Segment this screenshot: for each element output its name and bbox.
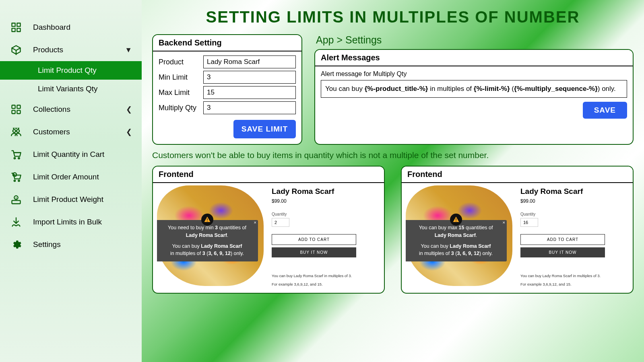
frontend-left-head: Frontend bbox=[153, 167, 384, 183]
sidebar-item-customers[interactable]: Customers❮ bbox=[0, 121, 142, 143]
alert-multiply-label: Alert message for Multiply Qty bbox=[321, 70, 627, 78]
warning-icon bbox=[201, 214, 213, 226]
amount-icon: $ bbox=[10, 171, 23, 183]
chevron-left-icon: ❮ bbox=[126, 105, 132, 114]
sidebar-item-label: Limit Order Amount bbox=[33, 173, 132, 181]
svg-rect-21 bbox=[456, 218, 456, 220]
sidebar-item-label: Customers bbox=[33, 128, 126, 136]
svg-rect-2 bbox=[12, 28, 15, 31]
svg-point-10 bbox=[14, 158, 16, 159]
buy-now-right[interactable]: BUY IT NOW bbox=[520, 247, 605, 257]
qty-input-right[interactable] bbox=[520, 218, 538, 227]
hint1-right: You can buy Lady Roma Scarf in multiples… bbox=[520, 274, 629, 278]
sidebar-item-label: Limit Variants Qty bbox=[38, 84, 132, 93]
sidebar-item-label: Limit Quantity in Cart bbox=[33, 150, 132, 159]
qty-label-right: Quantity bbox=[520, 212, 629, 216]
max-limit-label: Max Limit bbox=[159, 88, 203, 97]
product-title-left: Lady Roma Scarf bbox=[272, 187, 380, 196]
backend-setting-head: Backend Setting bbox=[153, 35, 301, 51]
sidebar-item-label: Products bbox=[33, 45, 125, 54]
collections-icon bbox=[10, 103, 23, 116]
cart-icon bbox=[10, 148, 23, 161]
product-input[interactable] bbox=[203, 56, 296, 68]
box-icon bbox=[10, 43, 23, 56]
frontend-right-head: Frontend bbox=[402, 167, 633, 183]
close-icon[interactable]: × bbox=[254, 219, 256, 226]
qty-label-left: Quantity bbox=[272, 212, 380, 216]
sidebar-item-label: Dashboard bbox=[33, 23, 132, 32]
frontend-right-card: Frontend × You can buy max 15 quantities… bbox=[401, 166, 634, 294]
sidebar-item-label: Import Limits in Bulk bbox=[33, 218, 132, 226]
chevron-left-icon: ❮ bbox=[126, 128, 132, 136]
add-to-cart-left[interactable]: ADD TO CART bbox=[272, 234, 356, 245]
svg-rect-5 bbox=[17, 105, 20, 109]
svg-rect-1 bbox=[17, 23, 20, 27]
product-title-right: Lady Roma Scarf bbox=[520, 187, 629, 196]
sidebar-item-label: Collections bbox=[33, 105, 126, 114]
sidebar-item-settings[interactable]: Settings bbox=[0, 233, 142, 256]
svg-point-8 bbox=[13, 130, 16, 132]
svg-rect-3 bbox=[17, 28, 20, 31]
svg-rect-6 bbox=[12, 110, 15, 113]
svg-rect-16 bbox=[12, 200, 21, 204]
toast-left: × You need to buy min 3 quantities of La… bbox=[157, 220, 258, 261]
svg-rect-20 bbox=[207, 221, 208, 222]
backend-setting-card: Backend Setting Product Min Limit Max Li… bbox=[152, 34, 302, 145]
sidebar-item-products[interactable]: Products▼ bbox=[0, 39, 142, 61]
hint2-left: For example 3,6,9,12, and 15. bbox=[272, 282, 380, 286]
sidebar-item-limit-product-qty[interactable]: Limit Product Qty bbox=[0, 61, 142, 80]
svg-rect-7 bbox=[17, 110, 20, 113]
save-alert-button[interactable]: SAVE bbox=[583, 102, 627, 119]
sidebar-item-label: Settings bbox=[33, 240, 132, 249]
min-limit-label: Min Limit bbox=[159, 73, 203, 82]
product-label: Product bbox=[159, 58, 203, 66]
page-description: Customers won't be able to buy items in … bbox=[152, 150, 634, 160]
save-limit-button[interactable]: SAVE LIMIT bbox=[233, 120, 296, 138]
sidebar-item-limit-variants-qty[interactable]: Limit Variants Qty bbox=[0, 80, 142, 98]
page-title: SETTING LIMITS IN MULTIPLES OF NUMBER bbox=[152, 8, 634, 26]
svg-text:$: $ bbox=[15, 197, 17, 199]
svg-rect-4 bbox=[12, 105, 15, 109]
sidebar-item-import-limits-in-bulk[interactable]: Import Limits in Bulk bbox=[0, 211, 142, 233]
product-image-right: × You can buy max 15 quantities of Lady … bbox=[406, 185, 512, 286]
product-image-left: × You need to buy min 3 quantities of La… bbox=[157, 185, 264, 286]
sidebar-item-limit-product-weight[interactable]: $Limit Product Weight bbox=[0, 188, 142, 211]
sidebar-item-limit-order-amount[interactable]: $Limit Order Amount bbox=[0, 166, 142, 188]
buy-now-left[interactable]: BUY IT NOW bbox=[272, 247, 356, 257]
svg-point-11 bbox=[18, 158, 20, 159]
sidebar-item-label: Limit Product Weight bbox=[33, 195, 132, 204]
alert-messages-head: Alert Messages bbox=[315, 50, 633, 66]
customers-icon bbox=[10, 125, 23, 138]
chevron-down-icon: ▼ bbox=[125, 46, 132, 54]
qty-input-left[interactable] bbox=[272, 218, 289, 227]
dashboard-icon bbox=[10, 21, 23, 34]
svg-point-13 bbox=[18, 180, 20, 182]
multiply-qty-label: Multiply Qty bbox=[159, 104, 203, 112]
settings-icon bbox=[10, 238, 23, 251]
warning-icon bbox=[450, 214, 462, 226]
hint1-left: You can buy Lady Roma Scarf in multiples… bbox=[272, 274, 380, 278]
sidebar-item-limit-quantity-in-cart[interactable]: Limit Quantity in Cart bbox=[0, 143, 142, 166]
svg-rect-22 bbox=[456, 221, 456, 222]
sidebar-item-collections[interactable]: Collections❮ bbox=[0, 98, 142, 121]
svg-rect-0 bbox=[12, 23, 15, 27]
min-limit-input[interactable] bbox=[203, 71, 296, 84]
alert-message-box[interactable]: You can buy {%-product_title-%} in multi… bbox=[321, 80, 627, 98]
max-limit-input[interactable] bbox=[203, 86, 296, 99]
hint2-right: For example 3,6,9,12, and 15. bbox=[520, 282, 629, 286]
toast-right: × You can buy max 15 quantities of Lady … bbox=[406, 220, 507, 261]
breadcrumb: App > Settings bbox=[314, 34, 634, 46]
sidebar: DashboardProducts▼Limit Product QtyLimit… bbox=[0, 0, 142, 362]
svg-point-9 bbox=[17, 130, 19, 132]
svg-point-12 bbox=[14, 180, 16, 182]
add-to-cart-right[interactable]: ADD TO CART bbox=[520, 234, 605, 245]
sidebar-item-dashboard[interactable]: Dashboard bbox=[0, 16, 142, 39]
weight-icon: $ bbox=[10, 193, 23, 206]
close-icon[interactable]: × bbox=[503, 219, 505, 226]
frontend-left-card: Frontend × You need to buy min 3 quantit… bbox=[152, 166, 385, 294]
product-price-left: $99.00 bbox=[272, 198, 380, 204]
svg-rect-19 bbox=[207, 218, 208, 220]
sidebar-item-label: Limit Product Qty bbox=[38, 66, 132, 75]
import-icon bbox=[10, 216, 23, 228]
multiply-qty-input[interactable] bbox=[203, 101, 296, 114]
